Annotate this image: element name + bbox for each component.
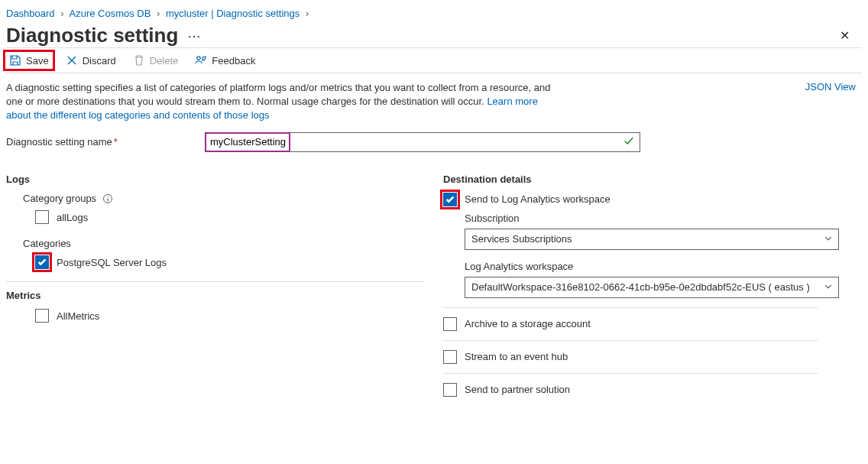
send-law-label: Send to Log Analytics workspace — [465, 193, 611, 205]
discard-button[interactable]: Discard — [63, 53, 119, 68]
feedback-icon — [195, 54, 207, 67]
chevron-right-icon: › — [157, 8, 160, 19]
info-icon[interactable] — [102, 193, 113, 204]
postgresql-logs-checkbox[interactable] — [35, 255, 49, 269]
more-icon[interactable]: … — [187, 25, 201, 41]
alllogs-label: allLogs — [57, 212, 88, 223]
chevron-right-icon: › — [306, 8, 309, 19]
setting-name-label: Diagnostic setting name* — [6, 136, 205, 148]
alllogs-checkbox[interactable] — [35, 210, 49, 224]
allmetrics-label: AllMetrics — [57, 310, 99, 322]
logs-heading: Logs — [6, 174, 425, 185]
postgresql-logs-label: PostgreSQL Server Logs — [57, 257, 167, 268]
subscription-label: Subscription — [465, 213, 862, 224]
partner-solution-checkbox[interactable] — [443, 383, 457, 397]
archive-storage-label: Archive to a storage account — [465, 318, 591, 329]
discard-icon — [66, 54, 78, 67]
workspace-label: Log Analytics workspace — [465, 261, 862, 272]
delete-label: Delete — [150, 55, 179, 67]
stream-eventhub-checkbox[interactable] — [443, 350, 457, 364]
categories-label: Categories — [23, 238, 425, 249]
archive-storage-checkbox[interactable] — [443, 317, 457, 331]
description-text: A diagnostic setting specifies a list of… — [6, 81, 556, 123]
save-label: Save — [26, 55, 49, 67]
feedback-label: Feedback — [212, 55, 255, 67]
chevron-down-icon — [824, 281, 833, 293]
breadcrumb: Dashboard › Azure Cosmos DB › mycluster … — [6, 6, 862, 24]
metrics-heading: Metrics — [6, 290, 425, 301]
allmetrics-checkbox[interactable] — [35, 309, 49, 323]
save-button[interactable]: Save — [6, 53, 52, 68]
delete-button: Delete — [130, 53, 182, 68]
chevron-right-icon: › — [60, 8, 63, 19]
breadcrumb-service[interactable]: Azure Cosmos DB — [69, 8, 151, 19]
workspace-select[interactable]: DefaultWorkspace-316e8102-0662-41cb-b95e… — [465, 277, 839, 298]
category-groups-label: Category groups — [23, 193, 425, 205]
destination-heading: Destination details — [443, 174, 862, 185]
check-icon — [623, 135, 634, 148]
toolbar: Save Discard Delete Feedback — [6, 47, 862, 73]
save-icon — [9, 54, 21, 67]
svg-point-0 — [197, 57, 200, 60]
stream-eventhub-label: Stream to an event hub — [465, 351, 568, 362]
json-view-link[interactable]: JSON View — [805, 81, 856, 92]
feedback-button[interactable]: Feedback — [192, 53, 258, 68]
chevron-down-icon — [824, 233, 833, 245]
subscription-select[interactable]: Services Subscriptions — [465, 229, 839, 250]
delete-icon — [133, 54, 145, 67]
page-title: Diagnostic setting — [6, 24, 178, 47]
breadcrumb-resource[interactable]: mycluster | Diagnostic settings — [166, 8, 300, 19]
discard-label: Discard — [83, 55, 116, 67]
breadcrumb-dashboard[interactable]: Dashboard — [6, 8, 55, 19]
send-law-checkbox[interactable] — [443, 193, 457, 206]
setting-name-input[interactable] — [205, 132, 640, 152]
partner-solution-label: Send to partner solution — [465, 384, 570, 395]
close-icon[interactable]: ✕ — [834, 25, 856, 46]
description-body: A diagnostic setting specifies a list of… — [6, 82, 550, 107]
